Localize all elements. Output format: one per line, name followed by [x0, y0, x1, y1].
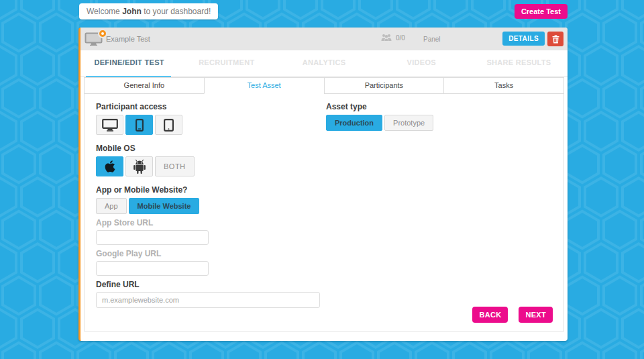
define-url-input[interactable] — [96, 292, 320, 308]
asset-type-options: Production Prototype — [326, 115, 433, 131]
welcome-username: John — [122, 7, 142, 16]
test-card: Example Test 0/0 Panel DETAILS — [78, 28, 568, 341]
create-test-button[interactable]: Create Test — [515, 4, 568, 19]
access-tablet-button[interactable] — [155, 115, 182, 135]
wizard-nav: BACK NEXT — [472, 307, 553, 323]
people-icon — [381, 34, 392, 42]
delete-test-button[interactable] — [547, 32, 564, 46]
asset-type-label: Asset type — [326, 102, 433, 111]
app-store-url-label: App Store URL — [96, 218, 324, 227]
tablet-icon — [164, 119, 174, 132]
welcome-banner: Welcome John to your dashboard! — [79, 3, 218, 19]
participants-count: 0/0 — [396, 34, 405, 42]
desktop-icon — [102, 119, 118, 132]
smartphone-icon — [136, 119, 144, 132]
tab-videos[interactable]: VIDEOS — [373, 50, 470, 76]
production-button[interactable]: Production — [326, 115, 382, 131]
tab-analytics[interactable]: ANALYTICS — [275, 50, 372, 76]
os-android-button[interactable] — [125, 156, 153, 176]
test-title: Example Test — [106, 35, 150, 43]
next-button[interactable]: NEXT — [519, 307, 553, 323]
google-play-url-label: Google Play URL — [96, 249, 324, 258]
participants-counter: 0/0 — [381, 34, 405, 42]
os-both-button[interactable]: BOTH — [155, 156, 195, 176]
sub-tab-bar: General Info Test Asset Participants Tas… — [84, 77, 564, 94]
subtab-tasks[interactable]: Tasks — [443, 77, 564, 94]
tab-share-results[interactable]: SHARE RESULTS — [470, 50, 568, 76]
tab-define-edit-test[interactable]: DEFINE/EDIT TEST — [80, 50, 178, 76]
access-desktop-button[interactable] — [96, 115, 123, 135]
test-card-header: Example Test 0/0 Panel DETAILS — [80, 28, 568, 50]
subtab-participants[interactable]: Participants — [324, 77, 445, 94]
trash-icon — [552, 35, 559, 44]
os-ios-button[interactable] — [96, 156, 123, 176]
participant-access-label: Participant access — [96, 102, 324, 111]
subtab-general-info[interactable]: General Info — [84, 77, 205, 94]
tab-recruitment[interactable]: RECRUITMENT — [178, 50, 275, 76]
access-mobile-button[interactable] — [125, 115, 153, 135]
subtab-test-asset[interactable]: Test Asset — [204, 77, 325, 94]
app-store-url-input[interactable] — [96, 230, 209, 245]
prototype-button[interactable]: Prototype — [384, 115, 433, 131]
apple-icon — [105, 160, 115, 173]
panel-label: Panel — [423, 36, 441, 43]
mobile-os-options: BOTH — [96, 156, 324, 176]
mobile-website-button[interactable]: Mobile Website — [129, 198, 200, 214]
app-or-web-label: App or Mobile Website? — [96, 185, 324, 195]
app-or-web-options: App Mobile Website — [96, 198, 324, 214]
participant-access-options — [96, 115, 324, 135]
back-button[interactable]: BACK — [472, 307, 508, 323]
main-tab-bar: DEFINE/EDIT TEST RECRUITMENT ANALYTICS V… — [80, 50, 568, 77]
app-button[interactable]: App — [96, 198, 127, 214]
define-url-label: Define URL — [96, 280, 324, 289]
welcome-suffix: to your dashboard! — [142, 7, 211, 16]
android-icon — [133, 159, 146, 174]
details-button[interactable]: DETAILS — [502, 32, 545, 46]
test-asset-panel: Participant access — [84, 93, 564, 331]
monitor-icon — [85, 32, 103, 46]
google-play-url-input[interactable] — [96, 261, 209, 276]
mobile-os-label: Mobile OS — [96, 144, 324, 153]
welcome-prefix: Welcome — [87, 7, 122, 16]
